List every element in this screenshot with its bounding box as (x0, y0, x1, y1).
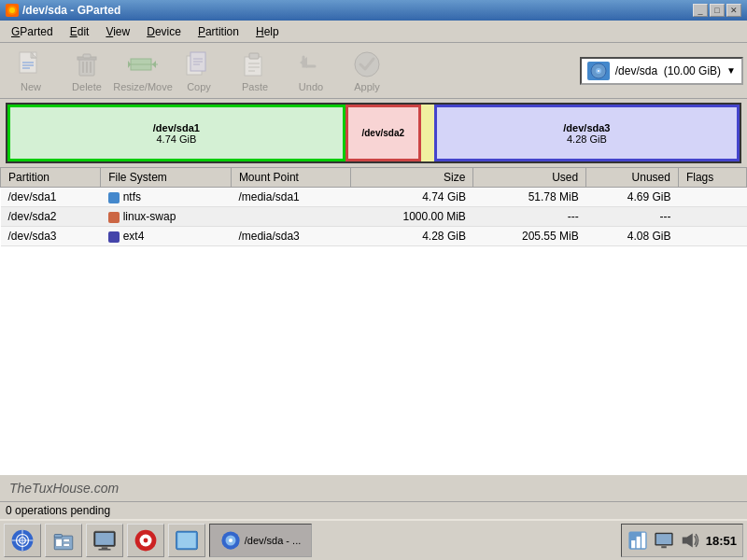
active-task-label: /dev/sda - ... (245, 535, 302, 546)
svg-point-30 (355, 52, 379, 77)
new-label: New (21, 81, 41, 92)
svg-point-33 (598, 70, 599, 72)
svg-rect-62 (661, 546, 667, 548)
taskbar-monitor-button[interactable] (86, 524, 123, 557)
fs-color-icon (108, 192, 120, 203)
partition-label-sda2: /dev/sda2 (361, 128, 404, 138)
svg-rect-61 (656, 534, 672, 544)
apply-label: Apply (354, 81, 380, 92)
cell-used: --- (473, 207, 586, 227)
col-used: Used (473, 168, 586, 188)
minimize-button[interactable]: _ (693, 4, 708, 17)
taskbar-network-button[interactable] (4, 524, 41, 557)
window-title: /dev/sda - GParted (22, 4, 120, 17)
svg-rect-58 (636, 537, 640, 548)
col-filesystem: File System (101, 168, 232, 188)
cell-mountpoint: /media/sda1 (231, 188, 350, 207)
undo-icon (296, 49, 326, 79)
menu-device[interactable]: Device (139, 23, 189, 40)
cell-flags (678, 207, 746, 227)
cell-used: 51.78 MiB (473, 188, 586, 207)
paste-button[interactable]: Paste (228, 47, 282, 95)
resize-move-icon (128, 49, 158, 79)
close-button[interactable]: ✕ (726, 4, 741, 17)
svg-rect-24 (245, 57, 261, 76)
cell-used: 205.55 MiB (473, 227, 586, 246)
partition-label-sda1: /dev/sda1 (153, 122, 200, 133)
menu-help[interactable]: Help (248, 23, 287, 40)
delete-icon (72, 49, 102, 79)
gparted-icon (134, 525, 158, 555)
apply-button[interactable]: Apply (340, 47, 394, 95)
tray-network-icon[interactable] (627, 530, 648, 551)
table-row[interactable]: /dev/sda3 ext4 /media/sda3 4.28 GiB 205.… (1, 227, 747, 246)
copy-label: Copy (187, 81, 211, 92)
paste-label: Paste (242, 81, 268, 92)
disk-partition-sda1[interactable]: /dev/sda1 4.74 GiB (7, 105, 345, 161)
table: Partition File System Mount Point Size U… (0, 167, 747, 246)
new-button[interactable]: New (4, 47, 58, 95)
partition-size-sda3: 4.28 GiB (567, 133, 607, 145)
titlebar: /dev/sda - GParted _ □ ✕ (0, 0, 747, 21)
menu-edit[interactable]: Edit (63, 23, 97, 40)
menu-partition[interactable]: Partition (190, 23, 247, 40)
tray-area: 18:51 (621, 524, 743, 557)
resize-move-label: Resize/Move (113, 81, 173, 92)
partition-label-sda3: /dev/sda3 (563, 122, 610, 133)
gparted-task-icon (220, 530, 241, 551)
partition-size-sda1: 4.74 GiB (156, 133, 196, 145)
table-header-row: Partition File System Mount Point Size U… (1, 168, 747, 188)
files-icon (51, 525, 76, 555)
terminal-icon (175, 525, 199, 555)
cell-partition: /dev/sda2 (1, 207, 101, 227)
taskbar-terminal-button[interactable] (168, 524, 205, 557)
undo-button[interactable]: Undo (284, 47, 338, 95)
resize-move-button[interactable]: Resize/Move (116, 47, 170, 95)
delete-label: Delete (72, 81, 102, 92)
undo-label: Undo (299, 81, 323, 92)
statusbar: 0 operations pending (0, 501, 747, 519)
cell-filesystem: ext4 (101, 227, 232, 246)
monitor-icon (92, 525, 117, 555)
device-selector[interactable]: /dev/sda (10.00 GiB) ▼ (580, 57, 743, 85)
device-name: /dev/sda (10.00 GiB) (615, 64, 721, 77)
cell-size: 4.28 GiB (351, 227, 473, 246)
table-row[interactable]: /dev/sda1 ntfs /media/sda1 4.74 GiB 51.7… (1, 188, 747, 207)
menu-view[interactable]: View (98, 23, 137, 40)
delete-button[interactable]: Delete (60, 47, 114, 95)
disk-visual: /dev/sda1 4.74 GiB /dev/sda2 /dev/sda3 4… (6, 103, 741, 163)
copy-button[interactable]: Copy (172, 47, 226, 95)
cell-filesystem: linux-swap (101, 207, 232, 227)
titlebar-left: /dev/sda - GParted (6, 4, 120, 17)
clock: 18:51 (706, 534, 737, 548)
taskbar-files-button[interactable] (45, 524, 82, 557)
col-flags: Flags (678, 168, 746, 188)
network-icon (10, 525, 35, 555)
cell-unused: --- (586, 207, 679, 227)
maximize-button[interactable]: □ (710, 4, 725, 17)
taskbar-gparted-button[interactable] (127, 524, 164, 557)
apply-icon (352, 49, 382, 79)
partition-table: Partition File System Mount Point Size U… (0, 167, 747, 475)
menu-gparted[interactable]: GParted (4, 23, 61, 40)
svg-rect-25 (249, 53, 259, 59)
app-icon (6, 4, 19, 17)
disk-partition-sda2[interactable]: /dev/sda2 (345, 105, 421, 161)
toolbar-right: /dev/sda (10.00 GiB) ▼ (580, 57, 743, 85)
disk-partition-sda3[interactable]: /dev/sda3 4.28 GiB (434, 105, 740, 161)
col-mountpoint: Mount Point (231, 168, 350, 188)
cell-size: 4.74 GiB (351, 188, 473, 207)
toolbar: New Delete Resize/Move (0, 43, 747, 99)
copy-icon (184, 49, 214, 79)
fs-color-icon (108, 212, 120, 223)
svg-rect-42 (63, 539, 70, 541)
table-row[interactable]: /dev/sda2 linux-swap 1000.00 MiB --- --- (1, 207, 747, 227)
tray-volume-icon[interactable] (680, 530, 700, 551)
svg-rect-45 (95, 533, 114, 545)
tray-monitor-icon[interactable] (654, 530, 674, 551)
taskbar-active-gparted[interactable]: /dev/sda - ... (209, 524, 312, 557)
taskbar-tray: 18:51 (621, 524, 743, 557)
watermark: TheTuxHouse.com (0, 475, 747, 501)
cell-filesystem: ntfs (101, 188, 232, 207)
svg-rect-59 (641, 533, 645, 549)
